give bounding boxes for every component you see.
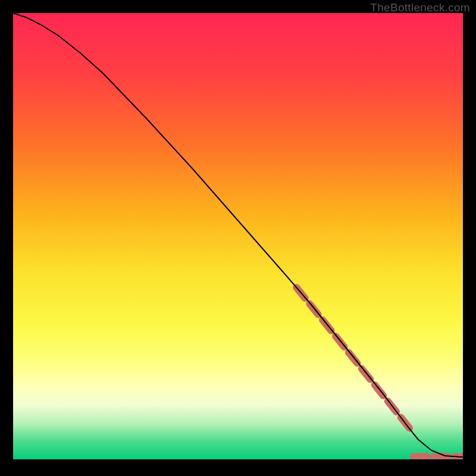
plot-area	[13, 13, 463, 459]
background-rect	[13, 13, 463, 459]
chart-root: TheBottleneck.com	[0, 0, 476, 476]
plot-svg	[13, 13, 463, 459]
watermark-text: TheBottleneck.com	[370, 1, 470, 14]
